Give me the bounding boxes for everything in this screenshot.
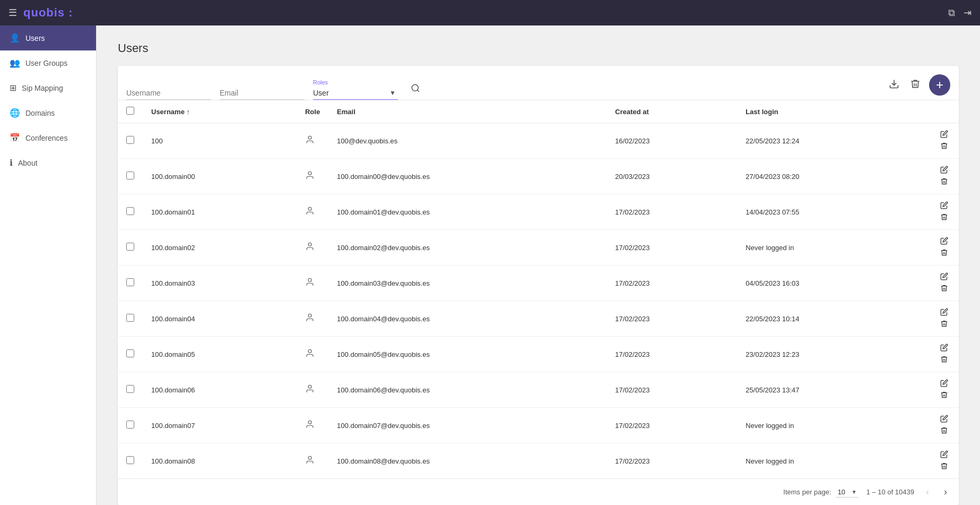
search-button[interactable]: [406, 81, 424, 98]
select-all-checkbox[interactable]: [126, 107, 134, 115]
row-delete-button[interactable]: [938, 176, 950, 188]
row-username: 100.domain04: [143, 301, 297, 337]
items-per-page: Items per page: 10 25 50 100 ▼: [783, 487, 857, 498]
svg-point-10: [308, 385, 311, 388]
row-role: [297, 194, 328, 230]
user-groups-icon: 👥: [10, 58, 20, 68]
download-button[interactable]: [887, 76, 901, 94]
row-email: 100.domain07@dev.quobis.es: [328, 408, 606, 443]
users-icon: 👤: [10, 33, 20, 43]
row-checkbox[interactable]: [126, 349, 134, 357]
screen-icon[interactable]: ⧉: [948, 7, 955, 19]
table-row: 100.domain08 100.domain08@dev.quobis.es …: [118, 443, 959, 479]
row-checkbox[interactable]: [126, 385, 134, 393]
edit-button[interactable]: [938, 307, 950, 319]
row-actions: [916, 372, 959, 408]
row-role: [297, 159, 328, 194]
row-checkbox[interactable]: [126, 243, 134, 251]
row-checkbox-cell: [118, 230, 143, 266]
sidebar-item-about[interactable]: ℹ About: [0, 150, 96, 175]
edit-button[interactable]: [938, 236, 950, 247]
row-actions: [916, 230, 959, 266]
edit-button[interactable]: [938, 271, 950, 283]
users-panel: Roles User Admin Guest ▼: [118, 66, 959, 505]
user-role-icon: [305, 386, 315, 395]
username-input[interactable]: [126, 87, 211, 100]
logout-icon[interactable]: ⇥: [964, 7, 972, 19]
row-delete-button[interactable]: [938, 461, 950, 473]
edit-button[interactable]: [938, 414, 950, 425]
row-actions: [916, 266, 959, 301]
row-delete-button[interactable]: [938, 247, 950, 259]
row-checkbox-cell: [118, 159, 143, 194]
next-page-button[interactable]: ›: [941, 485, 950, 499]
row-checkbox[interactable]: [126, 278, 134, 286]
delete-button[interactable]: [908, 76, 923, 94]
row-checkbox[interactable]: [126, 136, 134, 144]
row-username: 100.domain01: [143, 194, 297, 230]
row-delete-button[interactable]: [938, 319, 950, 330]
table-row: 100.domain02 100.domain02@dev.quobis.es …: [118, 230, 959, 266]
main-layout: 👤 Users 👥 User Groups ⊞ Sip Mapping 🌐 Do…: [0, 25, 980, 505]
sidebar-item-conferences[interactable]: 📅 Conferences: [0, 125, 96, 150]
row-role: [297, 301, 328, 337]
edit-button[interactable]: [938, 449, 950, 461]
row-last-login: 23/02/2023 12:23: [737, 337, 916, 372]
edit-button[interactable]: [938, 343, 950, 354]
email-header: Email: [328, 100, 606, 123]
edit-button[interactable]: [938, 200, 950, 212]
pagination-bar: Items per page: 10 25 50 100 ▼ 1 – 10 of…: [118, 478, 959, 505]
row-delete-button[interactable]: [938, 141, 950, 152]
row-actions: [916, 408, 959, 443]
row-checkbox[interactable]: [126, 207, 134, 215]
row-email: 100.domain05@dev.quobis.es: [328, 337, 606, 372]
sidebar-item-domains-label: Domains: [25, 109, 55, 117]
add-user-button[interactable]: +: [929, 74, 950, 96]
roles-select[interactable]: User Admin Guest: [313, 87, 398, 100]
table-row: 100 100@dev.quobis.es 16/02/2023 22/05/2…: [118, 123, 959, 159]
row-last-login: 22/05/2023 10:14: [737, 301, 916, 337]
users-table: Username ↑ Role Email Created at Last lo…: [118, 100, 959, 478]
username-header[interactable]: Username ↑: [143, 100, 297, 123]
row-checkbox[interactable]: [126, 421, 134, 429]
email-input[interactable]: [220, 87, 305, 100]
user-role-icon: [305, 350, 315, 360]
row-created-at: 17/02/2023: [606, 372, 737, 408]
row-last-login: Never logged in: [737, 443, 916, 479]
edit-button[interactable]: [938, 129, 950, 141]
sidebar-item-domains[interactable]: 🌐 Domains: [0, 100, 96, 125]
row-role: [297, 337, 328, 372]
row-delete-button[interactable]: [938, 390, 950, 401]
row-created-at: 17/02/2023: [606, 194, 737, 230]
row-username: 100.domain02: [143, 230, 297, 266]
sidebar-item-users-label: Users: [25, 34, 45, 42]
sidebar-item-user-groups[interactable]: 👥 User Groups: [0, 50, 96, 75]
edit-button[interactable]: [938, 378, 950, 390]
row-username: 100.domain03: [143, 266, 297, 301]
table-header: Username ↑ Role Email Created at Last lo…: [118, 100, 959, 123]
row-checkbox[interactable]: [126, 314, 134, 322]
row-checkbox[interactable]: [126, 172, 134, 179]
menu-icon[interactable]: ☰: [8, 7, 17, 19]
row-delete-button[interactable]: [938, 354, 950, 366]
user-role-icon: [305, 244, 315, 253]
row-email: 100.domain02@dev.quobis.es: [328, 230, 606, 266]
svg-point-12: [308, 456, 311, 459]
row-actions: [916, 443, 959, 479]
row-delete-button[interactable]: [938, 283, 950, 295]
sidebar-item-user-groups-label: User Groups: [25, 59, 67, 67]
row-delete-button[interactable]: [938, 212, 950, 224]
edit-button[interactable]: [938, 165, 950, 176]
row-username: 100: [143, 123, 297, 159]
svg-point-6: [308, 243, 311, 246]
row-delete-button[interactable]: [938, 425, 950, 437]
per-page-select[interactable]: 10 25 50 100: [836, 487, 858, 498]
row-role: [297, 372, 328, 408]
row-checkbox[interactable]: [126, 456, 134, 464]
user-role-icon: [305, 208, 315, 217]
svg-point-4: [308, 172, 311, 175]
row-checkbox-cell: [118, 443, 143, 479]
prev-page-button[interactable]: ‹: [923, 485, 932, 499]
sidebar-item-sip-mapping[interactable]: ⊞ Sip Mapping: [0, 75, 96, 100]
sidebar-item-users[interactable]: 👤 Users: [0, 25, 96, 50]
